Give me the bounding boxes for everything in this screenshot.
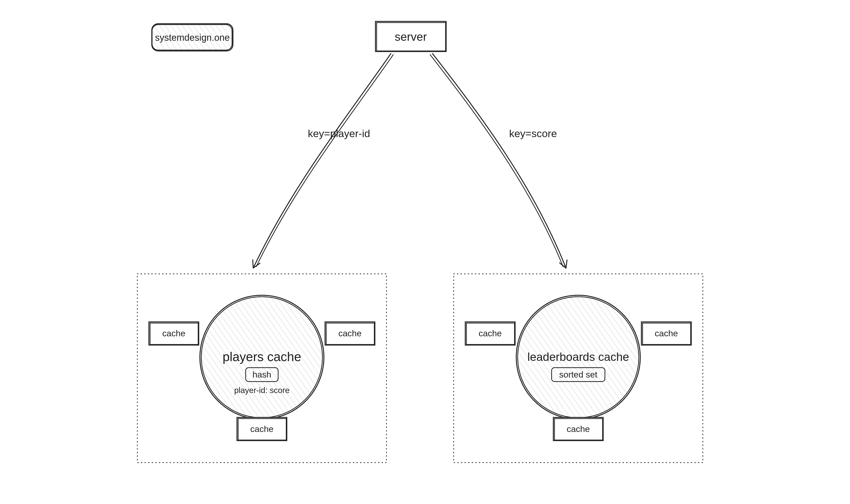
svg-text:cache: cache <box>479 328 502 338</box>
svg-text:cache: cache <box>339 328 362 338</box>
svg-text:cache: cache <box>655 328 678 338</box>
players-subtitle: player-id: score <box>234 386 290 395</box>
svg-text:cache: cache <box>250 424 274 434</box>
players-badge: hash <box>253 370 271 379</box>
leaderboards-cache-box-tr: cache <box>641 322 691 345</box>
arrow-right: key=score <box>430 53 566 267</box>
arrow-left-label: key=player-id <box>308 128 370 140</box>
players-cache-box-tr: cache <box>325 322 375 345</box>
arrow-right-label: key=score <box>509 128 557 140</box>
arrow-left: key=player-id <box>254 53 393 267</box>
svg-text:cache: cache <box>162 328 186 338</box>
players-title: players cache <box>223 349 301 364</box>
svg-text:cache: cache <box>567 424 590 434</box>
server-label: server <box>395 30 427 43</box>
watermark-badge: systemdesign.one <box>152 24 233 51</box>
leaderboards-cache-box-b: cache <box>553 417 603 440</box>
leaderboards-cluster: leaderboards cache sorted set cache cach… <box>454 274 703 463</box>
players-cluster: players cache hash player-id: score cach… <box>137 274 386 463</box>
watermark-text: systemdesign.one <box>155 32 230 42</box>
server-node: server <box>376 21 446 51</box>
leaderboards-badge: sorted set <box>559 370 597 379</box>
leaderboards-cache-box-tl: cache <box>465 322 515 345</box>
players-cache-box-b: cache <box>237 417 287 440</box>
leaderboards-title: leaderboards cache <box>527 350 629 363</box>
players-cache-box-tl: cache <box>149 322 198 345</box>
